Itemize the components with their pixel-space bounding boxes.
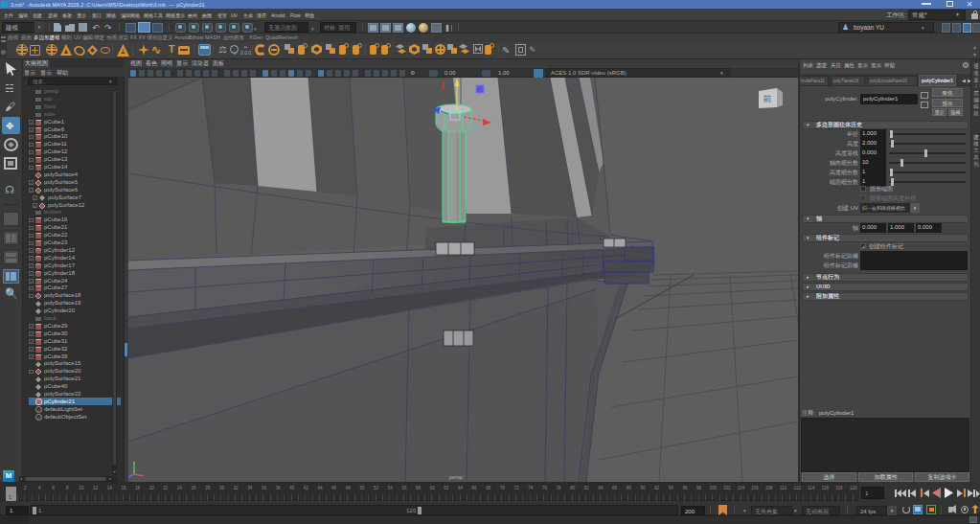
svg-text:前: 前 (763, 94, 772, 103)
svg-text:persp: persp (449, 474, 463, 480)
